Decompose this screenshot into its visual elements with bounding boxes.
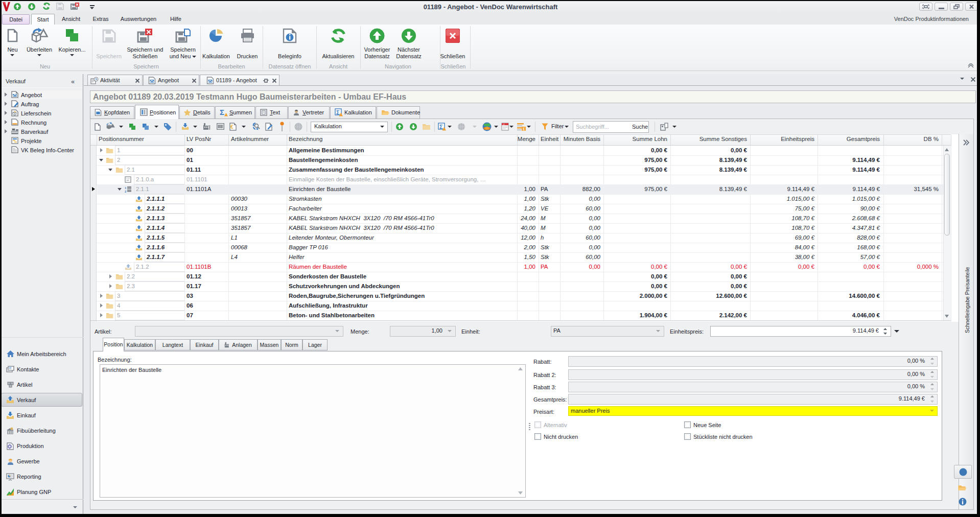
svg-text:1: 1 [125,186,127,190]
svg-text:2: 2 [125,190,127,193]
svg-text:Σ: Σ [336,109,340,115]
svg-text:Σ: Σ [439,124,443,130]
svg-text:Σ: Σ [523,127,525,131]
svg-text:17: 17 [503,124,505,126]
svg-text:€: € [230,124,234,130]
svg-text:Σ: Σ [220,108,224,116]
